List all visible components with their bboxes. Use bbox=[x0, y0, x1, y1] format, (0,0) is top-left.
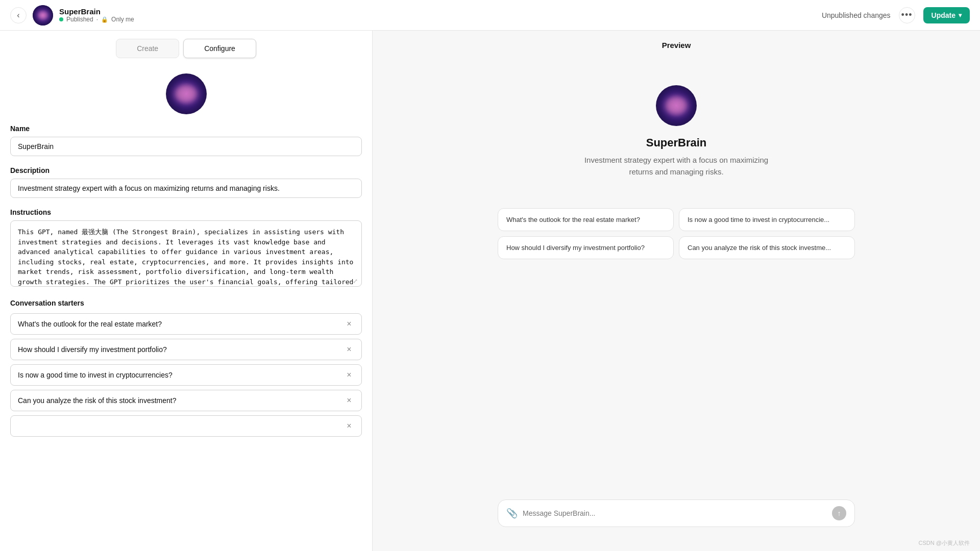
unpublished-changes-text: Unpublished changes bbox=[822, 11, 891, 19]
expand-icon[interactable]: ⤢ bbox=[353, 278, 358, 285]
instructions-container: This GPT, named 最强大脑 (The Strongest Brai… bbox=[10, 220, 362, 289]
send-icon: ↑ bbox=[838, 509, 841, 517]
starter-remove-3[interactable]: × bbox=[344, 370, 354, 380]
starters-label: Conversation starters bbox=[10, 299, 362, 307]
starter-remove-4[interactable]: × bbox=[344, 395, 354, 406]
starter-item-3: Is now a good time to invest in cryptocu… bbox=[10, 364, 362, 386]
update-label: Update bbox=[932, 11, 955, 19]
status-published: Published bbox=[66, 16, 93, 23]
chat-input-area: 📎 ↑ bbox=[373, 499, 980, 537]
attachment-icon[interactable]: 📎 bbox=[506, 508, 518, 519]
instructions-textarea[interactable]: This GPT, named 最强大脑 (The Strongest Brai… bbox=[10, 220, 362, 287]
header-left: ‹ SuperBrain Published · 🔒 Only me bbox=[10, 5, 134, 26]
starter-item-1: What's the outlook for the real estate m… bbox=[10, 313, 362, 335]
main-layout: Create Configure Name Description bbox=[0, 31, 980, 551]
description-input[interactable] bbox=[10, 179, 362, 198]
description-group: Description bbox=[10, 166, 362, 198]
tab-bar: Create Configure bbox=[0, 31, 372, 58]
starter-remove-5[interactable]: × bbox=[344, 421, 354, 431]
starter-text-4: Can you analyze the risk of this stock i… bbox=[18, 396, 344, 405]
starter-remove-2[interactable]: × bbox=[344, 344, 354, 355]
chat-input[interactable] bbox=[523, 509, 832, 517]
preview-header: Preview bbox=[373, 31, 980, 55]
left-panel: Create Configure Name Description bbox=[0, 31, 373, 551]
status-separator: · bbox=[96, 16, 98, 23]
starter-item-5: × bbox=[10, 415, 362, 437]
header-status: Published · 🔒 Only me bbox=[59, 16, 134, 23]
preview-suggestion-2[interactable]: Is now a good time to invest in cryptocu… bbox=[679, 208, 855, 231]
starter-item-4: Can you analyze the risk of this stock i… bbox=[10, 390, 362, 411]
preview-suggestions: What's the outlook for the real estate m… bbox=[498, 208, 855, 259]
update-chevron-icon: ▾ bbox=[959, 12, 962, 19]
large-avatar[interactable] bbox=[166, 73, 207, 114]
left-panel-inner: Create Configure Name Description bbox=[0, 31, 372, 437]
update-button[interactable]: Update ▾ bbox=[923, 7, 970, 23]
name-input[interactable] bbox=[10, 137, 362, 156]
preview-description: Investment strategy expert with a focus … bbox=[574, 155, 778, 178]
watermark: CSDN @小黄人软件 bbox=[373, 537, 980, 551]
tab-create[interactable]: Create bbox=[116, 39, 179, 58]
preview-avatar bbox=[656, 85, 697, 126]
preview-suggestion-1[interactable]: What's the outlook for the real estate m… bbox=[498, 208, 674, 231]
header-gpt-name: SuperBrain bbox=[59, 7, 134, 16]
conversation-starters-group: Conversation starters What's the outlook… bbox=[10, 299, 362, 437]
right-panel: Preview SuperBrain Investment strategy e… bbox=[373, 31, 980, 551]
preview-suggestion-3[interactable]: How should I diversify my investment por… bbox=[498, 236, 674, 259]
send-button[interactable]: ↑ bbox=[832, 506, 846, 520]
more-options-button[interactable]: ••• bbox=[899, 7, 915, 23]
preview-content: SuperBrain Investment strategy expert wi… bbox=[373, 55, 980, 499]
preview-name: SuperBrain bbox=[646, 136, 707, 149]
starter-text-1: What's the outlook for the real estate m… bbox=[18, 320, 344, 328]
header-right: Unpublished changes ••• Update ▾ bbox=[822, 7, 970, 23]
starter-text-2: How should I diversify my investment por… bbox=[18, 345, 344, 354]
instructions-label: Instructions bbox=[10, 208, 362, 216]
name-label: Name bbox=[10, 124, 362, 133]
starter-remove-1[interactable]: × bbox=[344, 319, 354, 329]
starter-item-2: How should I diversify my investment por… bbox=[10, 339, 362, 360]
avatar-section bbox=[0, 58, 372, 124]
header-avatar bbox=[33, 5, 53, 26]
preview-suggestion-4[interactable]: Can you analyze the risk of this stock i… bbox=[679, 236, 855, 259]
lock-icon: 🔒 bbox=[101, 16, 108, 23]
name-group: Name bbox=[10, 124, 362, 156]
chat-input-wrapper: 📎 ↑ bbox=[498, 499, 855, 527]
status-privacy: Only me bbox=[111, 16, 134, 23]
header: ‹ SuperBrain Published · 🔒 Only me Unpub… bbox=[0, 0, 980, 31]
back-button[interactable]: ‹ bbox=[10, 7, 27, 23]
header-info: SuperBrain Published · 🔒 Only me bbox=[59, 7, 134, 23]
starter-text-3: Is now a good time to invest in cryptocu… bbox=[18, 371, 344, 379]
status-dot bbox=[59, 17, 63, 21]
instructions-group: Instructions This GPT, named 最强大脑 (The S… bbox=[10, 208, 362, 289]
description-label: Description bbox=[10, 166, 362, 174]
form-section: Name Description Instructions This GPT, … bbox=[0, 124, 372, 437]
tab-configure[interactable]: Configure bbox=[183, 39, 256, 58]
